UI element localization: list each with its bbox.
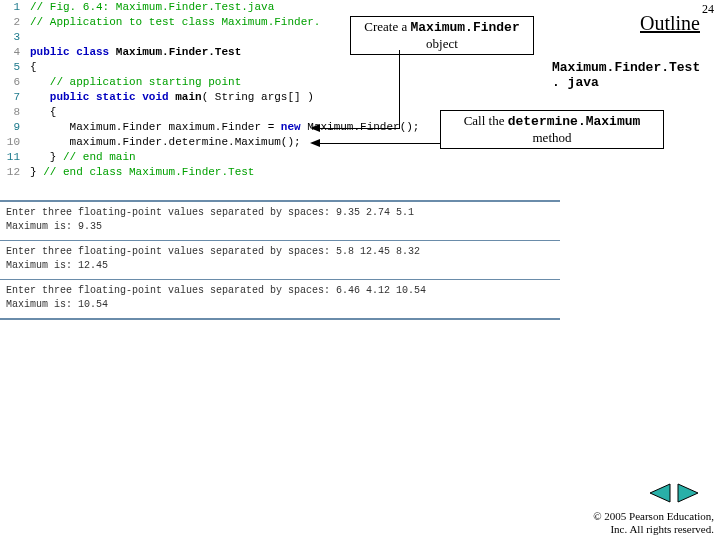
file-label: Maximum.Finder.Test . java [552,60,712,90]
file-label-line: Maximum.Finder.Test [552,60,700,75]
line-number: 7 [0,90,20,105]
callout-mono: determine.Maximum [508,114,641,129]
code-text: // Fig. 6.4: Maximum.Finder.Test.java [30,0,274,15]
svg-marker-1 [678,484,698,502]
line-number: 12 [0,165,20,180]
copyright: © 2005 Pearson Education, Inc. All right… [593,510,714,536]
code-line: 6 // application starting point [0,75,560,90]
code-text: // Application to test class Maximum.Fin… [30,15,320,30]
output-block: Enter three floating-point values separa… [0,279,560,320]
code-text: { [30,60,37,75]
prev-slide-button[interactable] [646,482,672,504]
page-number: 24 [702,2,714,17]
program-output: Enter three floating-point values separa… [0,200,560,320]
line-number: 11 [0,150,20,165]
copyright-line: © 2005 Pearson Education, [593,510,714,522]
callout-mono: Maximum.Finder [410,20,519,35]
code-text: { [30,105,56,120]
line-number: 8 [0,105,20,120]
outline-heading: Outline [640,12,700,35]
arrow-head-icon [310,139,320,147]
copyright-line: Inc. All rights reserved. [610,523,714,535]
code-text: maximum.Finder.determine.Maximum(); [30,135,301,150]
svg-marker-0 [650,484,670,502]
arrow-line [399,50,400,129]
output-block: Enter three floating-point values separa… [0,200,560,240]
arrow-head-icon [310,124,320,132]
code-text: // application starting point [30,75,241,90]
code-line: 5{ [0,60,560,75]
arrow-line [320,128,400,129]
triangle-left-icon [646,482,672,504]
slide-nav [646,482,702,504]
line-number: 1 [0,0,20,15]
callout-post: object [426,36,458,51]
arrow-line [320,143,440,144]
code-text: } // end main [30,150,136,165]
callout-text: Create a [364,19,410,34]
callout-text: Call the [464,113,508,128]
line-number: 6 [0,75,20,90]
line-number: 10 [0,135,20,150]
line-number: 9 [0,120,20,135]
code-line: 7 public static void main( String args[]… [0,90,560,105]
code-line: 12} // end class Maximum.Finder.Test [0,165,560,180]
code-text: } // end class Maximum.Finder.Test [30,165,254,180]
triangle-right-icon [676,482,702,504]
line-number: 4 [0,45,20,60]
next-slide-button[interactable] [676,482,702,504]
callout-call-method: Call the determine.Maximum method [440,110,664,149]
code-text: public static void main( String args[] ) [30,90,314,105]
callout-post: method [533,130,572,145]
output-block: Enter three floating-point values separa… [0,240,560,279]
code-line: 1// Fig. 6.4: Maximum.Finder.Test.java [0,0,560,15]
code-text: public class Maximum.Finder.Test [30,45,241,60]
code-line: 11 } // end main [0,150,560,165]
line-number: 5 [0,60,20,75]
line-number: 3 [0,30,20,45]
callout-create-object: Create a Maximum.Finder object [350,16,534,55]
file-label-line: . java [552,75,599,90]
line-number: 2 [0,15,20,30]
